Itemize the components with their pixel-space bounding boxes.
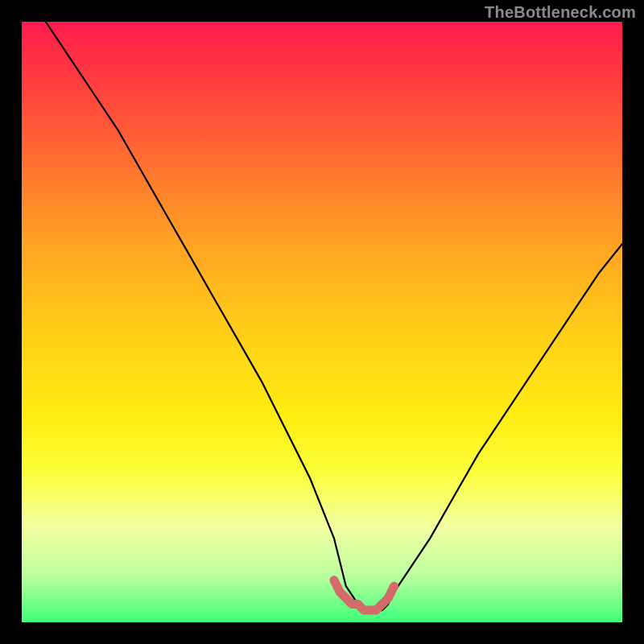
plot-area <box>22 22 622 622</box>
curve-svg <box>22 22 622 622</box>
bottleneck-curve <box>46 22 622 610</box>
chart-frame: TheBottleneck.com <box>0 0 644 644</box>
optimal-highlight <box>334 580 394 610</box>
watermark-text: TheBottleneck.com <box>485 3 636 22</box>
